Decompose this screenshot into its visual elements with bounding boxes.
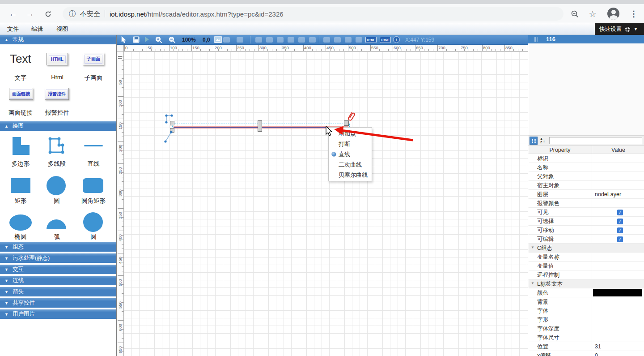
context-menu-item[interactable]: 直线 (329, 149, 372, 159)
info-icon[interactable]: i (393, 36, 400, 43)
section-header-collapsed[interactable]: ▼箭头 (0, 287, 116, 296)
section-header-general[interactable]: ▲ 常规 (0, 35, 116, 44)
property-value[interactable] (592, 163, 644, 172)
section-header-collapsed[interactable]: ▼交互 (0, 265, 116, 274)
property-row[interactable]: 报警颜色 (528, 199, 644, 208)
browser-reload-icon[interactable] (42, 8, 54, 20)
property-row[interactable]: 变量名称 (528, 253, 644, 262)
panel-header[interactable]: 116 (528, 35, 644, 43)
html-source-button[interactable]: HTML (365, 37, 377, 43)
property-group-row[interactable]: ▼C组态 (528, 244, 644, 253)
zoom-page-icon[interactable] (569, 8, 580, 20)
checkbox-checked-icon[interactable]: ✓ (617, 236, 623, 242)
property-value[interactable]: 0 (592, 351, 644, 356)
group-collapse-icon[interactable]: ▼ (531, 245, 534, 249)
property-value[interactable] (592, 199, 644, 208)
property-value[interactable] (592, 279, 644, 288)
profile-avatar[interactable] (607, 8, 619, 20)
html-preview-button[interactable]: HTML (380, 37, 391, 43)
property-row[interactable]: 远程控制 (528, 270, 644, 279)
browser-back-icon[interactable]: ← (7, 8, 19, 20)
property-column-header[interactable]: Property (528, 146, 592, 154)
property-row[interactable]: 颜色 (528, 288, 644, 297)
context-menu-item[interactable]: 增加点 (329, 129, 372, 139)
context-menu-item[interactable]: 贝塞尔曲线 (329, 170, 372, 180)
browser-forward-icon[interactable]: → (24, 8, 36, 20)
property-value[interactable] (592, 297, 644, 306)
shape-circle2-icon[interactable] (83, 212, 103, 232)
checkbox-checked-icon[interactable]: ✓ (617, 219, 623, 224)
tool-subscreen[interactable]: 子画面 (83, 53, 104, 65)
property-row[interactable]: 字体尺寸 (528, 333, 644, 342)
shape-polygon-icon[interactable] (13, 137, 30, 155)
section-header-collapsed[interactable]: ▼组态 (0, 242, 116, 252)
sort-az-icon[interactable]: AZ↓ (539, 137, 547, 145)
property-row[interactable]: 名称 (528, 163, 644, 172)
menu-view[interactable]: 视图 (53, 23, 72, 35)
property-row[interactable]: 背景 (528, 297, 644, 306)
design-grid[interactable]: 增加点打断直线二次曲线贝塞尔曲线 (124, 51, 528, 356)
chevron-down-icon[interactable]: ▼ (634, 27, 638, 31)
section-header-collapsed[interactable]: ▼用户图片 (0, 309, 116, 319)
value-column-header[interactable]: Value (592, 146, 644, 154)
property-value[interactable] (592, 333, 644, 342)
color-swatch[interactable] (593, 289, 642, 296)
property-value[interactable] (592, 324, 644, 333)
property-row[interactable]: 位置31 (528, 342, 644, 351)
select-cursor-icon[interactable] (121, 36, 127, 43)
shape-ellipse-icon[interactable] (9, 214, 32, 231)
shape-polyline-icon[interactable] (47, 135, 66, 156)
property-value[interactable]: nodeLayer (592, 190, 644, 199)
property-value[interactable]: ✓ (592, 217, 644, 226)
property-row[interactable]: 字体 (528, 306, 644, 315)
quick-settings-button[interactable]: 快速设置 ▼ (595, 23, 644, 35)
property-value[interactable] (592, 315, 644, 324)
section-header-collapsed[interactable]: ▼连线 (0, 276, 116, 285)
property-row[interactable]: 可选择✓ (528, 217, 644, 226)
zoom-out-icon[interactable] (169, 36, 176, 43)
property-value[interactable] (592, 244, 644, 253)
browser-menu-icon[interactable]: ⋮ (628, 8, 640, 20)
tool-text[interactable]: Text (10, 52, 31, 66)
shape-rect-icon[interactable] (11, 178, 30, 193)
midpoint-handle[interactable] (258, 120, 262, 132)
section-header-collapsed[interactable]: ▼污水处理(静态) (0, 253, 116, 263)
property-row[interactable]: 字形 (528, 315, 644, 324)
property-value[interactable] (592, 262, 644, 270)
context-menu-item[interactable]: 打断 (329, 139, 372, 149)
property-row[interactable]: 父对象 (528, 172, 644, 181)
endpoint-connector-icon[interactable] (162, 113, 174, 124)
menu-file[interactable]: 文件 (4, 23, 22, 35)
property-value[interactable] (592, 253, 644, 262)
property-filter-input[interactable] (549, 137, 642, 144)
property-value[interactable]: ✓ (592, 226, 644, 235)
page-info-icon[interactable]: ⓘ (69, 9, 76, 19)
checkbox-checked-icon[interactable]: ✓ (617, 227, 623, 233)
property-value[interactable]: 31 (592, 342, 644, 351)
save-icon[interactable] (133, 36, 140, 43)
zoom-in-icon[interactable] (155, 36, 162, 43)
shape-rounded-rect-icon[interactable] (83, 178, 103, 193)
property-row[interactable]: 可见✓ (528, 208, 644, 217)
bookmark-star-icon[interactable]: ☆ (587, 8, 598, 20)
menu-edit[interactable]: 编辑 (28, 23, 47, 35)
property-value[interactable]: ✓ (592, 208, 644, 217)
group-collapse-icon[interactable]: ▼ (531, 281, 534, 285)
property-row[interactable]: 宿主对象 (528, 181, 644, 190)
checkbox-checked-icon[interactable]: ✓ (617, 210, 623, 215)
shape-circle-icon[interactable] (47, 176, 66, 195)
tool-alarm-control[interactable]: 报警控件 (45, 88, 69, 100)
object-tree-area[interactable] (528, 43, 644, 135)
property-row[interactable]: 可编辑✓ (528, 235, 644, 244)
section-header-draw[interactable]: ▲ 绘图 (0, 121, 116, 131)
shape-arc-icon[interactable] (47, 219, 66, 229)
property-value[interactable] (592, 172, 644, 181)
property-row[interactable]: x偏移0 (528, 351, 644, 356)
property-value[interactable] (592, 154, 644, 163)
image-icon[interactable] (214, 36, 222, 43)
property-value[interactable] (592, 306, 644, 315)
property-value[interactable] (592, 288, 644, 297)
run-icon[interactable] (144, 36, 149, 43)
endpoint-connector-icon[interactable] (163, 130, 174, 144)
categorized-view-icon[interactable] (530, 137, 538, 145)
